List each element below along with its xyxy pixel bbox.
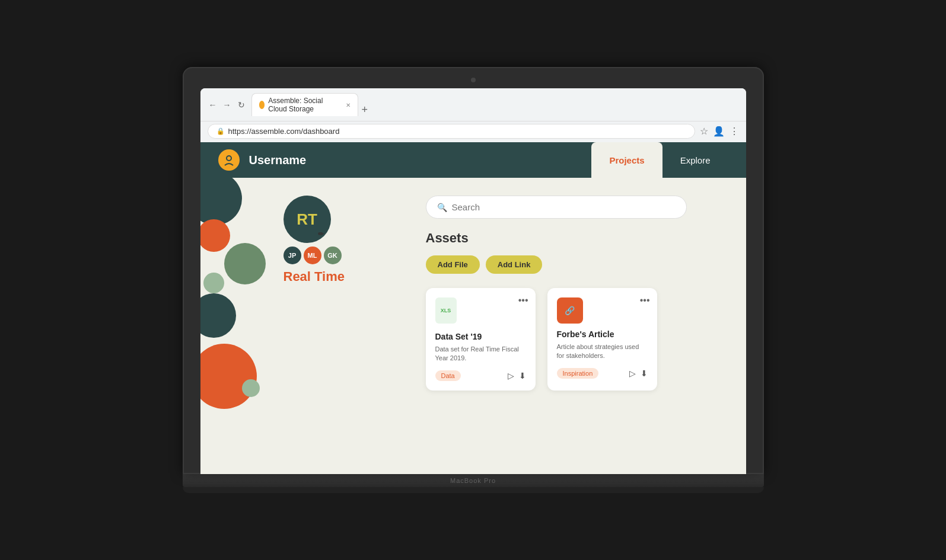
address-bar-row: 🔒 https://assemble.com/dashboard ☆ 👤 ⋮ [200,121,746,142]
member-avatar-ml[interactable]: ML [304,247,321,264]
card-actions-1: ▷ ⬇ [508,371,526,380]
member-avatars: JP ML GK [284,247,342,264]
xls-icon: XLS [435,297,457,324]
edit-profile-icon[interactable]: ✏ [318,230,330,242]
member-avatar-gk[interactable]: GK [324,247,342,264]
card-footer-1: Data ▷ ⬇ [435,370,526,381]
tab-explore[interactable]: Explore [662,142,728,178]
card-footer-2: Inspiration ▷ ⬇ [557,368,648,379]
assets-title: Assets [426,231,746,246]
deco-circle-2 [200,219,230,252]
tab-projects[interactable]: Projects [591,142,662,178]
card-title-1: Data Set '19 [435,332,526,341]
nav-buttons: ← → ↻ [208,100,247,110]
asset-card-1: ••• XLS Data Set '19 Data set for Real T… [426,288,536,391]
profile-icon[interactable]: 👤 [713,126,725,137]
asset-actions: Add File Add Link [426,255,746,274]
tab-bar: Assemble: Social Cloud Storage ✕ + [251,93,371,116]
cards-row: ••• XLS Data Set '19 Data set for Real T… [426,288,746,391]
app-username: Username [249,153,582,167]
search-icon: 🔍 [437,203,447,212]
link-icon: 🔗 [565,306,575,315]
laptop-base: MacBook Pro [183,474,764,487]
download-icon-1[interactable]: ⬇ [519,371,526,380]
search-bar-container: 🔍 [426,196,746,219]
deco-circle-5 [200,293,236,338]
app-body: RT ✏ JP ML GK [200,178,746,474]
assets-section: Assets Add File Add Link ••• [426,231,746,391]
card-title-2: Forbe's Article [557,329,648,339]
svg-point-1 [227,156,231,160]
bookmark-icon[interactable]: ☆ [700,126,708,137]
url-text: https://assemble.com/dashboard [228,127,340,136]
tab-close-button[interactable]: ✕ [346,102,351,108]
play-icon-1[interactable]: ▷ [508,371,514,380]
address-bar[interactable]: 🔒 https://assemble.com/dashboard [208,124,695,139]
lock-icon: 🔒 [216,127,225,135]
card-desc-1: Data set for Real Time Fiscal Year 2019. [435,345,526,363]
asset-card-2: ••• 🔗 Forbe's Article Article about stra… [547,288,657,391]
new-tab-button[interactable]: + [359,104,371,116]
add-file-button[interactable]: Add File [426,255,480,274]
deco-circle-6 [200,344,257,409]
menu-icon[interactable]: ⋮ [730,126,739,137]
app-content: Username Projects Explore [200,142,746,474]
header-tabs: Projects Explore [591,142,728,178]
browser-window: ← → ↻ Assemble: Social Cloud Storage ✕ +… [200,88,746,474]
search-bar[interactable]: 🔍 [426,196,687,219]
download-icon-2[interactable]: ⬇ [641,369,648,378]
project-name: Real Time [284,269,345,284]
decorative-sidebar [200,178,278,474]
link-icon-container: 🔗 [557,297,583,324]
profile-avatar[interactable]: RT ✏ [284,196,331,243]
card-menu-1[interactable]: ••• [518,295,528,306]
tab-title: Assemble: Social Cloud Storage [268,97,339,113]
tab-favicon [259,101,265,109]
reload-button[interactable]: ↻ [236,100,247,110]
deco-circle-7 [242,379,260,397]
add-link-button[interactable]: Add Link [486,255,543,274]
deco-circle-3 [224,243,266,284]
back-button[interactable]: ← [208,100,218,110]
card-menu-2[interactable]: ••• [640,295,650,306]
forward-button[interactable]: → [222,100,232,110]
card-actions-2: ▷ ⬇ [629,369,648,378]
card-desc-2: Article about strategies used for stakeh… [557,343,648,361]
member-avatar-jp[interactable]: JP [284,247,301,264]
app-header: Username Projects Explore [200,142,746,178]
file-icon-container: XLS [435,297,459,326]
laptop-container: ← → ↻ Assemble: Social Cloud Storage ✕ +… [183,67,764,493]
left-panel: RT ✏ JP ML GK [278,178,426,474]
active-tab[interactable]: Assemble: Social Cloud Storage ✕ [251,93,358,116]
laptop-label: MacBook Pro [450,477,496,484]
app-logo [218,149,240,171]
search-input[interactable] [452,202,676,212]
laptop-hinge [183,487,764,493]
browser-chrome: ← → ↻ Assemble: Social Cloud Storage ✕ + [200,88,746,121]
browser-actions: ☆ 👤 ⋮ [700,126,739,137]
laptop-camera [471,78,476,82]
deco-circle-4 [203,273,224,293]
tag-data-1[interactable]: Data [435,370,461,381]
play-icon-2[interactable]: ▷ [629,369,636,378]
deco-circle-1 [200,178,242,225]
screen-bezel: ← → ↻ Assemble: Social Cloud Storage ✕ +… [183,67,764,474]
profile-section: RT ✏ JP ML GK [284,196,414,287]
tag-inspiration-2[interactable]: Inspiration [557,368,599,379]
right-panel: 🔍 Assets Add File Add Link [426,178,746,474]
